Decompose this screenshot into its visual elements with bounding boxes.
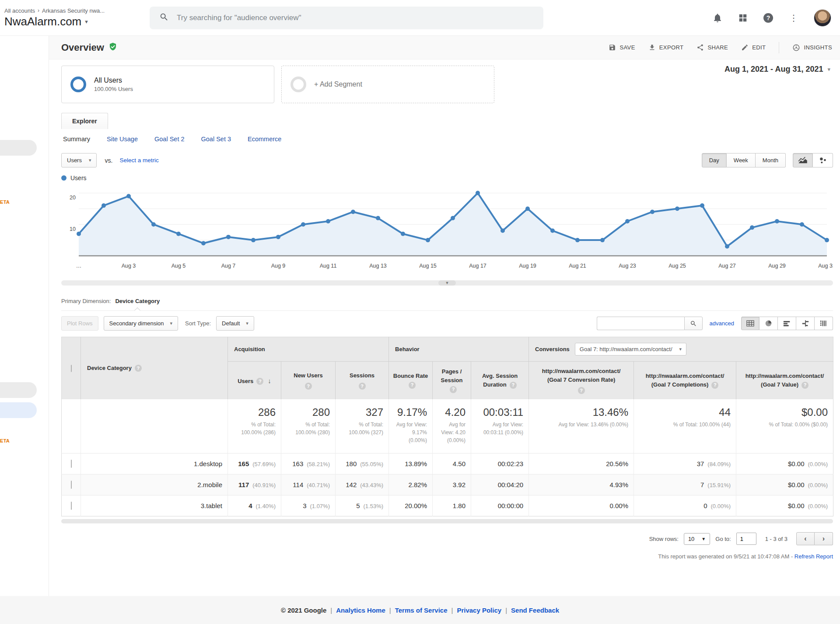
- column-header-pages-session[interactable]: Pages / Session?: [433, 362, 471, 400]
- help-icon[interactable]: ?: [359, 383, 366, 390]
- nav-item-pill[interactable]: [0, 382, 37, 398]
- help-icon[interactable]: ?: [409, 382, 416, 389]
- users-line-chart[interactable]: 1020…Aug 3Aug 5Aug 7Aug 9Aug 11Aug 13Aug…: [61, 182, 833, 275]
- chart-expander-caret-icon[interactable]: ▼: [438, 280, 456, 286]
- column-header-goal-conversion-rate[interactable]: http://nwaalarm.com/contact/ (Goal 7 Con…: [529, 362, 634, 400]
- subtab-goal-set-3[interactable]: Goal Set 3: [201, 136, 231, 143]
- line-chart-icon[interactable]: [793, 153, 813, 167]
- percentage-view-icon[interactable]: [760, 317, 778, 330]
- breadcrumb-all-accounts[interactable]: All accounts: [4, 7, 35, 14]
- goto-page-input[interactable]: [736, 533, 756, 545]
- help-icon[interactable]: ?: [711, 382, 718, 389]
- table-row-tablet[interactable]: 3.tablet 4(1.40%) 3(1.07%) 5(1.53%) 20.0…: [62, 495, 833, 516]
- search-input[interactable]: [177, 14, 534, 22]
- subtab-site-usage[interactable]: Site Usage: [107, 136, 138, 143]
- date-range-picker[interactable]: Aug 1, 2021 - Aug 31, 2021 ▾: [724, 65, 830, 74]
- help-icon[interactable]: ?: [578, 387, 585, 394]
- table-horizontal-scrollbar[interactable]: [61, 519, 833, 523]
- beta-badge: ETA: [0, 199, 10, 205]
- footer-link-privacy[interactable]: Privacy Policy: [457, 607, 501, 614]
- insights-button[interactable]: INSIGHTS: [792, 44, 832, 52]
- subtab-goal-set-2[interactable]: Goal Set 2: [154, 136, 185, 143]
- chevron-down-icon: ▾: [85, 18, 88, 25]
- table-row-desktop[interactable]: 1.desktop 165(57.69%) 163(58.21%) 180(55…: [62, 453, 833, 474]
- plot-rows-button[interactable]: Plot Rows: [61, 316, 98, 331]
- device-category-table: Device Category? Acquisition Behavior Co…: [61, 337, 833, 516]
- show-rows-label: Show rows:: [649, 536, 679, 542]
- help-icon[interactable]: ?: [135, 365, 142, 372]
- next-page-button[interactable]: ›: [815, 532, 833, 545]
- share-button[interactable]: SHARE: [696, 44, 728, 51]
- row-checkbox[interactable]: [71, 460, 72, 468]
- motion-chart-icon[interactable]: [813, 153, 833, 167]
- footer-link-feedback[interactable]: Send Feedback: [511, 607, 559, 614]
- svg-text:Aug 15: Aug 15: [419, 263, 437, 269]
- column-header-device-category[interactable]: Device Category?: [81, 337, 228, 400]
- secondary-dimension-button[interactable]: Secondary dimension ▾: [104, 316, 178, 331]
- edit-button[interactable]: EDIT: [741, 44, 766, 51]
- help-icon[interactable]: ?: [305, 383, 312, 390]
- add-segment-button[interactable]: + Add Segment: [281, 66, 494, 103]
- sort-desc-icon[interactable]: ↓: [268, 377, 271, 384]
- export-button[interactable]: EXPORT: [648, 44, 684, 51]
- avatar[interactable]: [814, 9, 831, 27]
- metric-selector[interactable]: Users ▾: [61, 153, 97, 167]
- column-header-bounce-rate[interactable]: Bounce Rate?: [389, 362, 433, 400]
- help-icon[interactable]: ?: [763, 13, 774, 23]
- help-icon[interactable]: ?: [802, 382, 808, 389]
- row-checkbox[interactable]: [71, 502, 72, 510]
- legend-dot-icon: [61, 175, 66, 181]
- sort-type-button[interactable]: Default ▾: [216, 316, 254, 331]
- comparison-view-icon[interactable]: [796, 317, 815, 330]
- table-search-input[interactable]: [597, 317, 684, 330]
- performance-view-icon[interactable]: [778, 317, 796, 330]
- select-metric-link[interactable]: Select a metric: [119, 157, 158, 164]
- svg-text:Aug 13: Aug 13: [369, 263, 387, 269]
- column-header-goal-value[interactable]: http://nwaalarm.com/contact/ (Goal 7 Val…: [736, 362, 833, 400]
- property-selector[interactable]: NwaAlarm.com ▾: [4, 15, 144, 28]
- notifications-bell-icon[interactable]: [712, 13, 723, 23]
- breadcrumb-property[interactable]: Arkansas Security nwa...: [42, 7, 105, 14]
- refresh-report-link[interactable]: Refresh Report: [794, 553, 833, 560]
- view-name[interactable]: NwaAlarm.com: [4, 15, 81, 28]
- select-all-checkbox[interactable]: [71, 365, 72, 372]
- primary-dimension-row: Primary Dimension: Device Category: [61, 298, 833, 311]
- footer-link-analytics-home[interactable]: Analytics Home: [336, 607, 385, 614]
- data-view-icon[interactable]: [741, 317, 760, 330]
- copyright: © 2021 Google: [281, 607, 326, 614]
- column-header-new-users[interactable]: New Users?: [281, 362, 336, 400]
- footer-link-terms[interactable]: Terms of Service: [395, 607, 448, 614]
- row-checkbox[interactable]: [71, 481, 72, 489]
- chart-legend: Users: [61, 174, 833, 181]
- advanced-search-link[interactable]: advanced: [710, 320, 734, 327]
- table-search-button[interactable]: [684, 317, 703, 330]
- apps-grid-icon[interactable]: [738, 13, 748, 23]
- granularity-day-button[interactable]: Day: [702, 153, 727, 167]
- nav-item-pill-active[interactable]: [0, 402, 37, 418]
- global-search[interactable]: [150, 7, 543, 29]
- tab-explorer[interactable]: Explorer: [61, 113, 108, 129]
- subtab-ecommerce[interactable]: Ecommerce: [248, 136, 281, 143]
- pivot-view-icon[interactable]: [815, 317, 833, 330]
- column-header-users[interactable]: Users?↓: [228, 362, 281, 400]
- subtab-summary[interactable]: Summary: [63, 136, 90, 143]
- chart-scrollbar[interactable]: ▼: [61, 280, 833, 286]
- goal-selector-dropdown[interactable]: Goal 7: http://nwaalarm.com/contact/ ▾: [575, 343, 686, 356]
- table-row-mobile[interactable]: 2.mobile 117(40.91%) 114(40.71%) 142(43.…: [62, 474, 833, 495]
- nav-item-pill[interactable]: [0, 140, 37, 156]
- column-header-goal-completions[interactable]: http://nwaalarm.com/contact/ (Goal 7 Com…: [634, 362, 736, 400]
- granularity-month-button[interactable]: Month: [756, 153, 786, 167]
- segment-all-users[interactable]: All Users 100.00% Users: [61, 66, 274, 103]
- more-menu-icon[interactable]: ⋮: [788, 13, 799, 23]
- column-header-avg-session-duration[interactable]: Avg. Session Duration?: [471, 362, 529, 400]
- primary-dimension-label: Primary Dimension:: [61, 298, 111, 304]
- help-icon[interactable]: ?: [510, 382, 517, 389]
- save-button[interactable]: SAVE: [609, 44, 635, 51]
- primary-dimension-device-category[interactable]: Device Category: [115, 298, 160, 304]
- help-icon[interactable]: ?: [256, 378, 263, 385]
- granularity-week-button[interactable]: Week: [727, 153, 756, 167]
- help-icon[interactable]: ?: [450, 386, 457, 393]
- show-rows-select[interactable]: 10 ▼: [684, 533, 710, 545]
- column-header-sessions[interactable]: Sessions?: [336, 362, 389, 400]
- prev-page-button[interactable]: ‹: [796, 532, 815, 545]
